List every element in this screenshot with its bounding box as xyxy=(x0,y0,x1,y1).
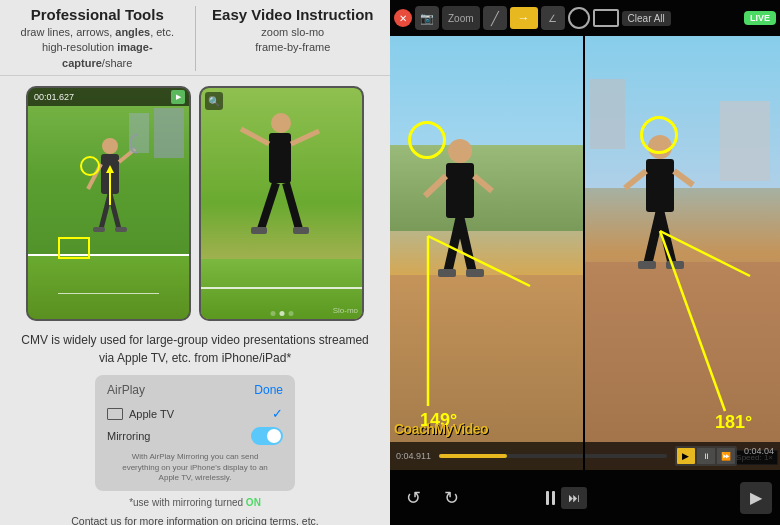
zoom-label: Zoom xyxy=(448,13,474,24)
done-button[interactable]: Done xyxy=(254,383,283,397)
court-line xyxy=(58,293,159,294)
left-panel: Professional Tools draw lines, arrows, a… xyxy=(0,0,390,525)
camera-icon-btn[interactable]: 📷 xyxy=(415,6,439,30)
left-progress-bar[interactable] xyxy=(439,454,667,458)
player-svg-2 xyxy=(231,109,331,259)
video-area: 149° xyxy=(390,36,780,470)
forward-button[interactable]: ↻ xyxy=(436,483,466,513)
video-right: 181° Speed: 1× xyxy=(585,36,780,470)
airplay-desc: With AirPlay Mirroring you can sendevery… xyxy=(107,452,283,483)
screenshot-slowmo: 🔍 Slo-mo xyxy=(199,86,364,321)
mirroring-toggle[interactable] xyxy=(251,427,283,445)
video-bg-right: 181° Speed: 1× xyxy=(585,36,780,470)
pause-button[interactable] xyxy=(546,491,555,505)
svg-line-16 xyxy=(261,183,276,229)
left-progress-fill xyxy=(439,454,507,458)
right-mini-controls: ▶ ⏸ ⏩ 0:04.04 xyxy=(675,446,774,466)
mirroring-label: Mirroring xyxy=(107,430,150,442)
bottom-controls: ↺ ↻ ⏭ ▶ xyxy=(390,470,780,525)
arrow-tool-btn[interactable]: → xyxy=(510,7,538,29)
right-ctrl-group: ▶ ⏸ ⏩ xyxy=(675,446,737,466)
left-header: Professional Tools draw lines, arrows, a… xyxy=(0,0,390,76)
svg-rect-19 xyxy=(293,227,309,234)
easy-video-feature1: zoom slo-mo xyxy=(204,25,383,40)
svg-rect-18 xyxy=(251,227,267,234)
time-bar: 00:01.627 xyxy=(28,88,189,106)
svg-line-14 xyxy=(241,129,269,144)
court-line-2 xyxy=(201,287,362,289)
svg-marker-11 xyxy=(106,165,114,173)
appletv-label: Apple TV xyxy=(129,408,174,420)
video-divider xyxy=(583,36,585,470)
right-controls-group: ▶ xyxy=(740,482,772,514)
rect-tool-btn[interactable] xyxy=(593,9,619,27)
video-bg-left: 149° xyxy=(390,36,585,470)
on-label: ON xyxy=(246,497,261,508)
svg-point-0 xyxy=(102,138,118,154)
next-frame-button[interactable]: ⏭ xyxy=(561,487,587,509)
timestamp: 00:01.627 xyxy=(34,92,74,102)
play-btn[interactable] xyxy=(171,90,185,104)
left-time-display: 0:04.911 xyxy=(396,451,431,461)
loop-button[interactable]: ↺ xyxy=(398,483,428,513)
toolbar: ✕ 📷 Zoom ╱ → ∠ Clear All LIVE xyxy=(390,0,780,36)
svg-line-15 xyxy=(291,131,319,144)
airplay-header: AirPlay Done xyxy=(107,383,283,397)
appletv-row[interactable]: Apple TV ✓ xyxy=(107,403,283,424)
slowmo-label: Slo-mo xyxy=(333,306,358,315)
logo-text: CoachMyVideo xyxy=(394,421,488,437)
right-time-display: 0:04.04 xyxy=(744,446,774,466)
playback-dots xyxy=(270,311,293,316)
screenshot-tennis: 00:01.627 xyxy=(26,86,191,321)
easy-video-feature2: frame-by-frame xyxy=(204,40,383,55)
zoom-group: Zoom xyxy=(442,6,480,30)
magnify-icon: 🔍 xyxy=(205,92,223,110)
checkmark-icon: ✓ xyxy=(272,406,283,421)
pro-tools-feature2: high-resolution image-capture/share xyxy=(8,40,187,71)
ball-rectangle xyxy=(58,237,90,259)
svg-rect-8 xyxy=(93,227,105,232)
pro-tools-col: Professional Tools draw lines, arrows, a… xyxy=(0,6,195,71)
mirroring-row[interactable]: Mirroring xyxy=(107,424,283,448)
angle-lines-left: 149° xyxy=(390,36,585,470)
live-button[interactable]: LIVE xyxy=(744,11,776,25)
pause-bar-2 xyxy=(552,491,555,505)
screenshots-row: 00:01.627 xyxy=(0,76,390,331)
close-button[interactable]: ✕ xyxy=(394,9,412,27)
left-controls-group: ↺ ↻ xyxy=(398,483,466,513)
video-left: 149° xyxy=(390,36,585,470)
easy-video-title: Easy Video Instruction xyxy=(204,6,383,23)
right-panel: ✕ 📷 Zoom ╱ → ∠ Clear All LIVE xyxy=(390,0,780,525)
appletv-label-group: Apple TV xyxy=(107,408,174,420)
easy-video-col: Easy Video Instruction zoom slo-mo frame… xyxy=(196,6,391,71)
arrow-up-svg xyxy=(104,165,116,210)
ctrl-item-2[interactable]: ⏸ xyxy=(697,448,715,464)
yellow-arrow-annotation xyxy=(104,165,116,214)
pro-tools-feature1: draw lines, arrows, angles, etc. xyxy=(8,25,187,40)
building1 xyxy=(154,108,184,158)
mini-controls-bar: 0:04.911 CoachMyVideo ▶ ⏸ ⏩ 0:04.04 xyxy=(390,442,780,470)
contact-text: Contact us for more information on prici… xyxy=(56,514,333,525)
yellow-ctrl-1[interactable]: ▶ xyxy=(677,448,695,464)
airplay-box: AirPlay Done Apple TV ✓ Mirroring With A… xyxy=(95,375,295,491)
tennis-screen: 00:01.627 xyxy=(28,88,189,319)
svg-line-17 xyxy=(286,183,299,229)
svg-rect-9 xyxy=(115,227,127,232)
center-controls: ⏭ xyxy=(546,487,587,509)
slowmo-screen: 🔍 Slo-mo xyxy=(201,88,362,319)
svg-rect-13 xyxy=(269,133,291,183)
coach-logo: CoachMyVideo xyxy=(394,420,488,438)
clear-all-button[interactable]: Clear All xyxy=(622,11,671,26)
pro-tools-title: Professional Tools xyxy=(8,6,187,23)
angle-lines-right: 181° xyxy=(585,36,780,470)
tv-icon xyxy=(107,408,123,420)
mirror-note: *use with mirroring turned ON xyxy=(129,497,261,508)
angle-tool-btn[interactable]: ∠ xyxy=(541,6,565,30)
play-right-button[interactable]: ▶ xyxy=(740,482,772,514)
circle-tool-btn[interactable] xyxy=(568,7,590,29)
svg-point-12 xyxy=(271,113,291,133)
airplay-title: AirPlay xyxy=(107,383,145,397)
svg-line-29 xyxy=(428,236,530,286)
ctrl-item-3[interactable]: ⏩ xyxy=(717,448,735,464)
line-tool-btn[interactable]: ╱ xyxy=(483,6,507,30)
